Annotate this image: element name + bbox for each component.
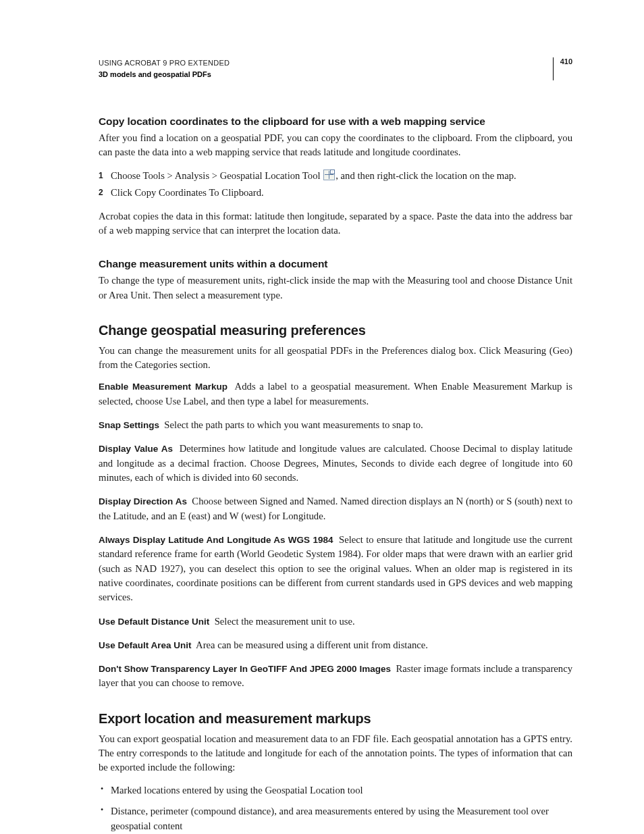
def-display-value: Display Value As Determines how latitude… (99, 442, 572, 485)
heading-preferences: Change geospatial measuring preferences (99, 323, 572, 338)
step-1-text-b: , and then right-click the location on t… (336, 170, 516, 181)
export-bullets: Marked locations entered by using the Ge… (99, 783, 572, 833)
def-display-direction: Display Direction As Choose between Sign… (99, 494, 572, 523)
def-area-unit: Use Default Area Unit Area can be measur… (99, 638, 572, 652)
section-change-units: Change measurement units within a docume… (99, 258, 572, 303)
def-distance-unit: Use Default Distance Unit Select the mea… (99, 615, 572, 629)
intro-copy-location: After you find a location on a geospatia… (99, 131, 572, 160)
def-transparency-layer: Don't Show Transparency Layer In GeoTIFF… (99, 662, 572, 691)
term: Always Display Latitude And Longitude As… (99, 535, 333, 545)
heading-export: Export location and measurement markups (99, 711, 572, 727)
heading-copy-location: Copy location coordinates to the clipboa… (99, 115, 572, 128)
bullet-text: Distance, perimeter (compound distance),… (111, 806, 549, 831)
section-copy-location: Copy location coordinates to the clipboa… (99, 115, 572, 238)
page-number: 410 (553, 57, 572, 80)
def-text: Select the path parts to which you want … (164, 419, 423, 430)
term: Snap Settings (99, 420, 159, 430)
body-change-units: To change the type of measurement units,… (99, 273, 572, 303)
page: USING ACROBAT 9 PRO EXTENDED 3D models a… (0, 0, 644, 834)
section-preferences: Change geospatial measuring preferences … (99, 323, 572, 691)
def-text: Area can be measured using a different u… (196, 640, 428, 650)
intro-export: You can export geospatial location and m… (99, 732, 572, 775)
step-2-text: Click Copy Coordinates To Clipboard. (111, 187, 264, 198)
term: Use Default Area Unit (99, 640, 192, 650)
geospatial-location-tool-icon: + (323, 170, 335, 180)
list-item: Distance, perimeter (compound distance),… (99, 804, 572, 833)
step-1-text-a: Choose Tools > Analysis > Geospatial Loc… (111, 170, 323, 181)
heading-change-units: Change measurement units within a docume… (99, 258, 572, 270)
term: Use Default Distance Unit (99, 617, 209, 627)
steps-list: 1Choose Tools > Analysis > Geospatial Lo… (99, 167, 572, 201)
header-left: USING ACROBAT 9 PRO EXTENDED 3D models a… (99, 57, 230, 80)
term: Don't Show Transparency Layer In GeoTIFF… (99, 664, 391, 674)
term: Display Value As (99, 444, 173, 454)
def-text: Select the measurement unit to use. (215, 616, 355, 627)
def-snap-settings: Snap Settings Select the path parts to w… (99, 418, 572, 432)
step-1: 1Choose Tools > Analysis > Geospatial Lo… (99, 167, 572, 184)
list-item: Marked locations entered by using the Ge… (99, 783, 572, 798)
intro-preferences: You can change the measurement units for… (99, 344, 572, 373)
product-name: USING ACROBAT 9 PRO EXTENDED (99, 57, 230, 69)
after-steps-text: Acrobat copies the data in this format: … (99, 209, 572, 238)
bullet-text: Marked locations entered by using the Ge… (111, 785, 363, 796)
term: Display Direction As (99, 496, 187, 506)
def-wgs-1984: Always Display Latitude And Longitude As… (99, 533, 572, 605)
running-header: USING ACROBAT 9 PRO EXTENDED 3D models a… (99, 57, 572, 80)
section-export: Export location and measurement markups … (99, 711, 572, 833)
step-2: 2Click Copy Coordinates To Clipboard. (99, 184, 572, 201)
term: Enable Measurement Markup (99, 382, 227, 392)
def-enable-markup: Enable Measurement Markup Adds a label t… (99, 380, 572, 409)
chapter-name: 3D models and geospatial PDFs (99, 69, 230, 80)
